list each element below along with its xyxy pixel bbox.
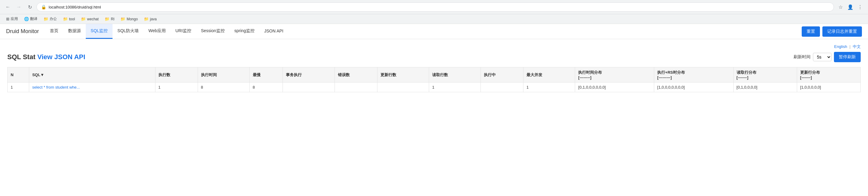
bookmark-icon: 📁	[63, 17, 68, 21]
nav-link-SQL监控[interactable]: SQL监控	[86, 24, 113, 39]
bookmark-item[interactable]: 📁Mongo	[118, 16, 140, 22]
table-header: NSQL▼执行数执行时间最慢事务执行错误数更新行数读取行数执行中最大并发执行时间…	[8, 67, 861, 82]
lang-separator: |	[849, 44, 850, 49]
nav-link-数据源[interactable]: 数据源	[63, 24, 86, 39]
nav-link-spring监控[interactable]: spring监控	[229, 24, 259, 39]
col-header-exec_time: 执行时间	[198, 67, 249, 82]
cell-max_concurrent: 1	[523, 82, 575, 92]
sql-stat-table: NSQL▼执行数执行时间最慢事务执行错误数更新行数读取行数执行中最大并发执行时间…	[7, 67, 861, 92]
menu-button[interactable]: ⋮	[856, 3, 864, 11]
back-button[interactable]: ←	[4, 3, 12, 11]
nav-actions: 重置 记录日志并重置	[802, 27, 862, 37]
bookmark-item[interactable]: 📁wechat	[79, 16, 101, 22]
bookmark-icon: 📁	[104, 17, 110, 21]
nav-link-URI监控[interactable]: URI监控	[170, 24, 196, 39]
bookmark-icon: ⊞	[6, 17, 9, 21]
page-title-area: SQL Stat View JSON API 刷新时间 5s10s30s60so…	[7, 52, 861, 62]
bookmarks-bar: ⊞应用🌐翻译📁办公📁tool📁wechat📁RI📁Mongo📁java	[0, 14, 868, 24]
view-json-api-link[interactable]: View JSON API	[37, 53, 86, 61]
bookmark-icon: 📁	[81, 17, 86, 21]
col-header-update_dist: 更新行分布[-------]	[797, 67, 860, 82]
english-link[interactable]: English	[834, 44, 847, 49]
col-header-SQL[interactable]: SQL▼	[29, 67, 155, 82]
col-header-slowest: 最慢	[249, 67, 283, 82]
reset-button[interactable]: 重置	[802, 27, 820, 37]
nav-link-Web应用[interactable]: Web应用	[144, 24, 170, 39]
bookmark-item[interactable]: 🌐翻译	[22, 15, 40, 23]
col-header-read_rows: 读取行数	[429, 67, 480, 82]
browser-actions: ☆ 👤 ⋮	[836, 3, 864, 11]
nav-link-SQL防火墙[interactable]: SQL防火墙	[113, 24, 144, 39]
title-static: SQL Stat	[7, 53, 36, 61]
cell-slowest: 8	[249, 82, 283, 92]
nav-link-首页[interactable]: 首页	[45, 24, 63, 39]
bookmark-icon: 📁	[120, 17, 125, 21]
reload-button[interactable]: ↻	[26, 3, 34, 11]
bookmark-item[interactable]: ⊞应用	[4, 15, 20, 23]
table-body: 1select * from student whe...18811[0,1,0…	[8, 82, 861, 92]
refresh-label: 刷新时间	[794, 54, 810, 60]
bookmark-item[interactable]: 📁tool	[61, 16, 77, 22]
cell-read_dist: [0,1,0,0,0,0]	[733, 82, 797, 92]
bookmark-item[interactable]: 📁办公	[41, 15, 59, 23]
nav-link-Session监控[interactable]: Session监控	[196, 24, 229, 39]
profile-button[interactable]: 👤	[846, 3, 855, 11]
cell-txn_exec	[283, 82, 335, 92]
cell-in_progress	[481, 82, 523, 92]
refresh-select[interactable]: 5s10s30s60soff	[813, 53, 832, 61]
nav-links: 首页数据源SQL监控SQL防火墙Web应用URI监控Session监控sprin…	[45, 24, 802, 39]
cell-exec_rs_dist: [1,0,0,0,0,0,0,0]	[654, 82, 733, 92]
bookmark-item[interactable]: 📁java	[142, 16, 159, 22]
col-header-exec_rs_dist: 执行+RS时分布[---------]	[654, 67, 733, 82]
page-title: SQL Stat View JSON API	[7, 53, 85, 61]
cell-exec_count: 1	[155, 82, 198, 92]
bookmark-icon: 📁	[144, 17, 149, 21]
cell-read_rows: 1	[429, 82, 480, 92]
col-header-read_dist: 读取行分布[-------]	[733, 67, 797, 82]
cell-update_dist: [1,0,0,0,0,0]	[797, 82, 860, 92]
col-header-error_count: 错误数	[335, 67, 377, 82]
browser-chrome: ← → ↻ 🔒 localhost:10086/druid/sql.html ☆…	[0, 0, 868, 14]
lang-switcher: English | 中文	[7, 44, 861, 49]
col-header-N: N	[8, 67, 29, 82]
address-bar[interactable]: 🔒 localhost:10086/druid/sql.html	[36, 2, 834, 11]
bookmark-button[interactable]: ☆	[836, 3, 845, 11]
cell-exec_time_dist: [0,1,0,0,0,0,0,0]	[575, 82, 654, 92]
col-header-txn_exec: 事务执行	[283, 67, 335, 82]
bookmark-icon: 🌐	[24, 17, 29, 21]
pause-refresh-button[interactable]: 暂停刷新	[834, 52, 861, 62]
nav-link-JSON API[interactable]: JSON API	[259, 24, 288, 39]
cell-exec_time: 8	[198, 82, 249, 92]
header-row: NSQL▼执行数执行时间最慢事务执行错误数更新行数读取行数执行中最大并发执行时间…	[8, 67, 861, 82]
cell-update_rows	[377, 82, 429, 92]
table-row: 1select * from student whe...18811[0,1,0…	[8, 82, 861, 92]
col-header-in_progress: 执行中	[481, 67, 523, 82]
col-header-max_concurrent: 最大并发	[523, 67, 575, 82]
bookmark-icon: 📁	[43, 17, 49, 21]
app-logo: Druid Monitor	[6, 28, 39, 35]
col-header-exec_time_dist: 执行时间分布[--------]	[575, 67, 654, 82]
bookmark-item[interactable]: 📁RI	[102, 16, 117, 22]
url-text: localhost:10086/druid/sql.html	[49, 5, 829, 9]
page-content: English | 中文 SQL Stat View JSON API 刷新时间…	[0, 39, 868, 97]
refresh-area: 刷新时间 5s10s30s60soff 暂停刷新	[794, 52, 861, 62]
log-reset-button[interactable]: 记录日志并重置	[823, 27, 862, 37]
cell-SQL[interactable]: select * from student whe...	[29, 82, 155, 92]
cell-error_count	[335, 82, 377, 92]
forward-button[interactable]: →	[14, 3, 23, 11]
app-nav: Druid Monitor 首页数据源SQL监控SQL防火墙Web应用URI监控…	[0, 24, 868, 39]
col-header-update_rows: 更新行数	[377, 67, 429, 82]
cell-N: 1	[8, 82, 29, 92]
col-header-exec_count: 执行数	[155, 67, 198, 82]
chinese-link[interactable]: 中文	[853, 44, 861, 49]
lock-icon: 🔒	[41, 5, 46, 9]
